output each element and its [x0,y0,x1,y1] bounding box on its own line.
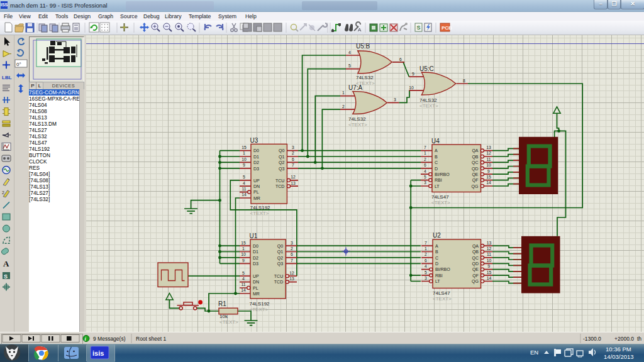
svg-text:<TEXT>: <TEXT> [419,103,438,109]
svg-text:9: 9 [412,72,414,76]
svg-text:QC: QC [472,160,479,165]
svg-text:UP: UP [253,178,260,183]
svg-text:<TEXT>: <TEXT> [250,307,269,312]
svg-text:2: 2 [2,190,4,195]
svg-text:6: 6 [399,57,402,62]
svg-text:<TEXT>: <TEXT> [431,200,450,206]
svg-text:D1: D1 [253,250,258,254]
svg-text:QD: QD [472,167,479,172]
svg-text:A: A [435,148,438,153]
svg-text:5: 5 [425,270,427,275]
svg-text:th: th [637,336,641,342]
svg-text:12: 12 [487,246,492,251]
svg-text:S: S [417,25,421,31]
svg-text:-1300.0: -1300.0 [583,336,601,342]
svg-text:PCB: PCB [441,25,452,31]
svg-text:15: 15 [242,145,247,150]
svg-text:Q0: Q0 [277,244,283,249]
svg-text:5: 5 [424,175,426,179]
svg-text:13: 13 [487,241,492,245]
svg-text:A: A [358,27,362,33]
svg-text:Q3: Q3 [277,261,283,266]
svg-text:S: S [4,273,8,280]
svg-text:9: 9 [487,169,490,173]
svg-text:0°: 0° [16,62,21,67]
svg-text:12: 12 [289,271,294,275]
svg-text:5: 5 [242,271,245,275]
svg-text:9: 9 [243,163,245,167]
svg-text:LT: LT [435,279,440,283]
svg-text:EN: EN [530,349,538,356]
svg-text:12: 12 [291,175,296,179]
svg-text:D: D [435,261,438,266]
svg-text:D3: D3 [253,167,259,171]
svg-text:14/03/2013: 14/03/2013 [604,353,634,360]
svg-text:QB: QB [472,155,478,160]
svg-text:7: 7 [291,258,293,263]
svg-text:11: 11 [242,187,246,191]
svg-text:BI/RBO: BI/RBO [435,172,450,177]
svg-text:QG: QG [472,279,479,284]
svg-text:DN: DN [253,280,259,284]
svg-text:4: 4 [242,277,245,281]
svg-text:MR: MR [253,196,260,200]
svg-text:2: 2 [342,104,345,109]
svg-text:13: 13 [486,145,491,150]
svg-text:U5:B: U5:B [356,43,370,50]
svg-text:10: 10 [242,157,247,162]
svg-text:9 Message(s): 9 Message(s) [93,336,126,342]
svg-text:D1: D1 [253,155,259,159]
svg-text:7: 7 [292,163,294,167]
svg-text:U5:C: U5:C [419,65,434,72]
svg-text:D0: D0 [253,244,258,248]
svg-text:2: 2 [424,157,426,162]
svg-text:6: 6 [292,157,294,162]
svg-text:3: 3 [424,180,426,185]
svg-text:+2000.0: +2000.0 [614,336,634,342]
svg-text:9: 9 [242,258,245,263]
svg-text:QE: QE [472,172,478,177]
svg-text:QG: QG [472,184,479,189]
svg-text:<TEXT>: <TEXT> [250,211,269,216]
svg-text:A: A [3,259,9,268]
svg-text:10:36 PM: 10:36 PM [606,346,631,353]
svg-text:B: B [435,155,438,159]
svg-text:4: 4 [348,50,351,55]
svg-text:14: 14 [486,180,491,185]
svg-text:12: 12 [486,151,491,155]
svg-text:6: 6 [424,163,426,167]
svg-text:QA: QA [472,148,478,153]
svg-text:15: 15 [241,241,246,245]
svg-text:RBI: RBI [435,178,442,182]
svg-text:UP: UP [253,274,259,278]
svg-text:4: 4 [425,264,427,268]
svg-text:LBL: LBL [2,75,12,80]
svg-text:TCD: TCD [275,184,284,189]
svg-text:QF: QF [472,273,479,278]
svg-text:10: 10 [241,252,246,256]
svg-text:U1: U1 [250,233,258,239]
svg-text:13: 13 [291,181,296,185]
svg-text:10: 10 [409,85,414,90]
svg-text:74LS32: 74LS32 [356,75,374,80]
svg-text:TCD: TCD [274,280,283,284]
svg-text:2: 2 [291,246,293,251]
svg-text:RBI: RBI [435,273,443,278]
svg-text:3: 3 [394,97,396,102]
svg-text:14: 14 [242,192,247,197]
svg-text:B: B [435,250,438,254]
svg-text:2: 2 [292,151,294,155]
svg-text:<TEXT>: <TEXT> [356,80,375,86]
svg-text:6: 6 [291,252,293,256]
svg-text:Q3: Q3 [279,167,284,172]
svg-text:7: 7 [424,145,426,150]
svg-text:74LS32: 74LS32 [419,97,437,103]
svg-text:10: 10 [486,163,491,167]
svg-text:2: 2 [425,252,427,256]
svg-text:Q2: Q2 [277,256,283,261]
svg-text:D3: D3 [253,261,258,266]
svg-text:isis: isis [92,349,104,357]
svg-text:QC: QC [472,256,479,261]
svg-text:C: C [435,160,438,165]
svg-text:<TEXT>: <TEXT> [219,319,238,325]
